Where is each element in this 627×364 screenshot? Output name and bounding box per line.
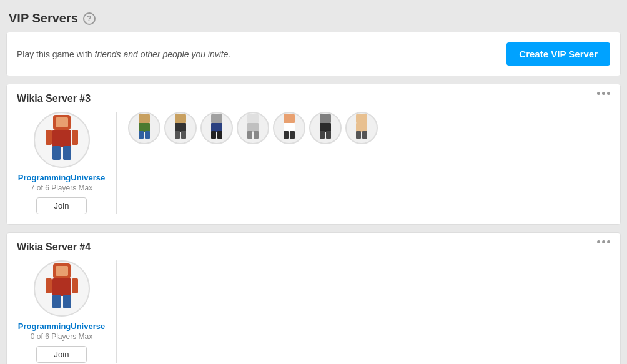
leg-right: [63, 146, 71, 160]
player-avatar-1: [128, 112, 160, 144]
mini-head-7: [356, 114, 367, 124]
mini-head-3: [211, 114, 222, 124]
mini-figure-2: [169, 114, 192, 142]
owner-figure-3: [43, 115, 81, 165]
mini-figure-7: [350, 114, 373, 142]
server-3-owner: ProgrammingUniverse 7 of 6 Players Max J…: [17, 112, 117, 214]
mini-leg-r-6: [326, 131, 331, 139]
help-icon[interactable]: ?: [83, 12, 96, 25]
mini-leg-r-5: [290, 131, 295, 139]
server-3-body: ProgrammingUniverse 7 of 6 Players Max J…: [17, 112, 610, 214]
mini-leg-r-4: [254, 131, 259, 139]
mini-body-5: [284, 123, 295, 132]
server-3-name: Wikia Server #3: [17, 93, 610, 104]
mini-leg-l-7: [356, 131, 361, 139]
banner-text: Play this game with friends and other pe…: [17, 49, 230, 59]
mini-leg-r-1: [145, 131, 150, 139]
dot-6: [607, 240, 610, 243]
player-count-4: 0 of 6 Players Max: [31, 332, 92, 341]
owner-avatar-4: [34, 260, 90, 317]
mini-leg-r-3: [217, 131, 222, 139]
create-vip-server-button[interactable]: Create VIP Server: [506, 42, 610, 66]
mini-leg-l-6: [320, 131, 325, 139]
mini-figure-6: [314, 114, 337, 142]
leg-left-4: [52, 295, 61, 308]
mini-figure-1: [133, 114, 156, 142]
arm-right: [72, 130, 78, 145]
body: [52, 130, 71, 147]
mini-body-7: [356, 123, 367, 132]
mini-leg-l-4: [247, 131, 252, 139]
face: [56, 117, 68, 127]
leg-left: [52, 146, 61, 160]
mini-head-5: [284, 114, 295, 124]
mini-leg-l-2: [175, 131, 180, 139]
mini-head-2: [175, 114, 186, 124]
arm-left-4: [46, 278, 52, 293]
page-header: VIP Servers ?: [6, 6, 621, 32]
mini-body-2: [175, 123, 186, 132]
dot-4: [597, 240, 600, 243]
mini-figure-5: [278, 114, 300, 142]
info-banner: Play this game with friends and other pe…: [6, 32, 621, 76]
player-avatar-5: [273, 112, 305, 144]
body-4: [52, 278, 71, 296]
dot-1: [597, 92, 600, 95]
join-button-3[interactable]: Join: [36, 197, 87, 214]
mini-head-1: [139, 114, 150, 124]
mini-body-6: [320, 123, 331, 132]
dot-3: [607, 92, 610, 95]
mini-body-1: [139, 123, 150, 132]
mini-leg-l-5: [284, 131, 289, 139]
server-3-options[interactable]: [597, 92, 610, 95]
players-section-3: [117, 112, 378, 144]
server-card-3: Wikia Server #3 ProgrammingUniverse 7 of…: [6, 84, 621, 225]
player-avatar-4: [237, 112, 269, 144]
mini-leg-r-7: [362, 131, 367, 139]
join-button-4[interactable]: Join: [36, 346, 87, 363]
player-avatar-2: [164, 112, 197, 144]
owner-figure-4: [43, 263, 81, 313]
page-title: VIP Servers: [9, 11, 78, 26]
mini-leg-l-3: [211, 131, 216, 139]
mini-body-4: [247, 123, 259, 132]
dot-2: [602, 92, 605, 95]
face-4: [56, 266, 68, 276]
owner-link-3[interactable]: ProgrammingUniverse: [18, 173, 105, 182]
mini-head-4: [247, 114, 259, 124]
owner-avatar-3: [34, 112, 90, 168]
player-avatar-6: [309, 112, 342, 144]
mini-leg-r-2: [181, 131, 186, 139]
server-4-name: Wikia Server #4: [17, 242, 610, 253]
mini-figure-3: [205, 114, 228, 142]
owner-link-4[interactable]: ProgrammingUniverse: [18, 322, 105, 331]
player-avatar-3: [200, 112, 233, 144]
dot-5: [602, 240, 605, 243]
mini-head-6: [320, 114, 331, 124]
mini-figure-4: [242, 114, 264, 142]
leg-right-4: [63, 295, 71, 308]
arm-right-4: [72, 278, 78, 293]
server-4-owner: ProgrammingUniverse 0 of 6 Players Max J…: [17, 260, 117, 363]
mini-leg-l-1: [139, 131, 144, 139]
mini-body-3: [211, 123, 222, 132]
arm-left: [46, 130, 52, 145]
server-card-4: Wikia Server #4 ProgrammingUniverse 0 of…: [6, 232, 621, 364]
player-count-3: 7 of 6 Players Max: [31, 184, 92, 192]
server-4-options[interactable]: [597, 240, 610, 243]
player-avatar-7: [345, 112, 378, 144]
banner-italic: friends and other people you invite.: [95, 49, 231, 59]
server-4-body: ProgrammingUniverse 0 of 6 Players Max J…: [17, 260, 610, 363]
